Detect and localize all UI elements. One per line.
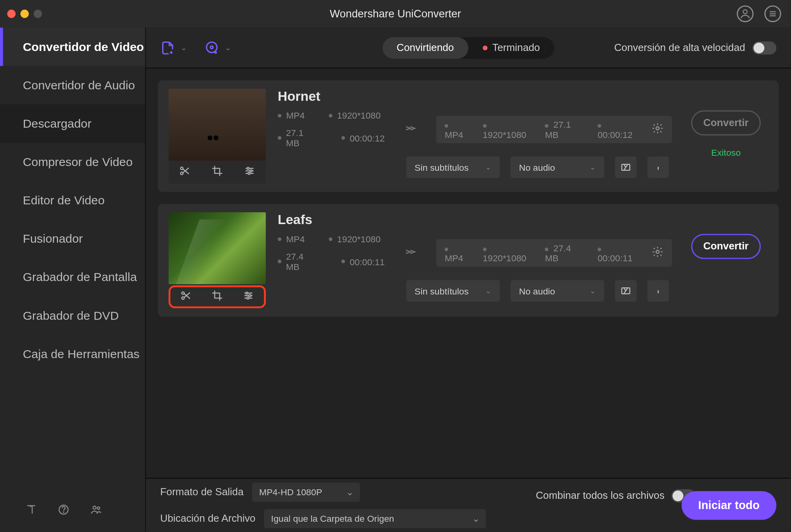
trim-icon[interactable] <box>179 165 191 179</box>
svg-point-28 <box>249 294 251 296</box>
arrow-icon <box>404 245 417 260</box>
trim-icon[interactable] <box>180 290 192 304</box>
svg-point-0 <box>743 10 747 14</box>
menu-icon[interactable] <box>765 6 781 22</box>
src-format: MP4 <box>286 110 305 121</box>
src-res: 1920*1080 <box>337 234 380 244</box>
load-dvd-button[interactable]: ⌄ <box>204 40 231 55</box>
gear-icon[interactable] <box>651 122 663 136</box>
svg-point-30 <box>656 250 659 253</box>
subtitle-select[interactable]: Sin subtítulos⌄ <box>406 157 500 178</box>
output-settings[interactable]: MP4 1920*1080 27.1 MB 00:00:12 <box>436 115 672 143</box>
sidebar-item-merger[interactable]: Fusionador <box>0 219 145 258</box>
subtitle-select[interactable]: Sin subtítulos⌄ <box>406 280 500 302</box>
svg-point-17 <box>248 172 250 174</box>
info-button[interactable] <box>647 280 669 302</box>
high-speed-toggle[interactable] <box>752 41 776 54</box>
chevron-down-icon: ⌄ <box>225 43 231 52</box>
svg-point-6 <box>93 506 96 509</box>
bottom-bar: Formato de Salida MP4-HD 1080P Ubicación… <box>146 478 791 532</box>
help-icon[interactable] <box>58 504 70 518</box>
output-format-select[interactable]: MP4-HD 1080P <box>252 482 360 502</box>
subtitle-value: Sin subtítulos <box>414 162 469 172</box>
start-all-button[interactable]: Iniciar todo <box>681 491 776 520</box>
conversion-card: Hornet MP4 1920*1080 27.1 MB 00:00:12 <box>158 80 779 192</box>
book-icon[interactable] <box>25 504 37 518</box>
svg-point-15 <box>247 167 249 169</box>
sidebar-item-dvd-recorder[interactable]: Grabador de DVD <box>0 296 145 334</box>
audio-select[interactable]: No audio⌄ <box>511 157 604 178</box>
src-format: MP4 <box>286 234 305 244</box>
dst-res: 1920*1080 <box>483 129 526 140</box>
dst-res: 1920*1080 <box>483 253 526 263</box>
svg-point-9 <box>210 46 213 49</box>
tab-converting[interactable]: Convirtiendo <box>382 37 468 58</box>
audio-value: No audio <box>519 286 555 296</box>
audio-select[interactable]: No audio⌄ <box>511 280 604 302</box>
add-file-button[interactable]: ⌄ <box>160 40 187 55</box>
close-window-button[interactable] <box>7 9 15 18</box>
audio-value: No audio <box>519 162 555 172</box>
thumb-actions <box>168 285 266 308</box>
status-label: Exitoso <box>711 147 741 158</box>
app-title: Wondershare UniConverter <box>330 8 461 20</box>
convert-button[interactable]: Convertir <box>691 234 761 259</box>
sidebar-item-audio-converter[interactable]: Convertidor de Audio <box>0 66 145 104</box>
src-dur: 00:00:12 <box>350 133 385 143</box>
src-dur: 00:00:11 <box>350 257 385 267</box>
sidebar-item-compressor[interactable]: Compresor de Video <box>0 143 145 181</box>
conversion-list: Hornet MP4 1920*1080 27.1 MB 00:00:12 <box>146 68 791 478</box>
dst-dur: 00:00:11 <box>598 253 633 263</box>
output-settings[interactable]: MP4 1920*1080 27.4 MB 00:00:11 <box>436 239 672 267</box>
titlebar: Wondershare UniConverter <box>0 0 791 28</box>
tab-finished[interactable]: Terminado <box>468 37 554 58</box>
preview-button[interactable] <box>615 157 637 178</box>
sidebar-item-editor[interactable]: Editor de Video <box>0 181 145 219</box>
dst-size: 27.4 MB <box>545 243 571 263</box>
sidebar-footer <box>0 490 145 532</box>
topbar: ⌄ ⌄ Convirtiendo Terminado Conversión de… <box>146 28 791 68</box>
svg-point-18 <box>656 127 659 130</box>
dst-format: MP4 <box>445 129 463 140</box>
account-icon[interactable] <box>737 6 753 22</box>
svg-point-7 <box>97 507 100 509</box>
crop-icon[interactable] <box>211 165 223 179</box>
gear-icon[interactable] <box>651 246 663 260</box>
convert-button[interactable]: Convertir <box>691 110 761 136</box>
file-location-label: Ubicación de Archivo <box>160 512 255 524</box>
status-tabs: Convirtiendo Terminado <box>382 37 554 58</box>
sidebar: Convertidor de Video Convertidor de Audi… <box>0 28 146 532</box>
subtitle-value: Sin subtítulos <box>414 286 469 296</box>
maximize-window-button[interactable] <box>34 9 42 18</box>
chevron-down-icon: ⌄ <box>181 43 187 52</box>
sidebar-item-screen-recorder[interactable]: Grabador de Pantalla <box>0 258 145 296</box>
output-format-label: Formato de Salida <box>160 486 244 498</box>
file-location-select[interactable]: Igual que la Carpeta de Origen <box>264 509 486 528</box>
svg-point-16 <box>250 170 252 172</box>
dst-size: 27.1 MB <box>545 119 571 140</box>
src-res: 1920*1080 <box>337 110 380 121</box>
thumbnail[interactable] <box>168 212 266 284</box>
svg-point-29 <box>247 297 249 299</box>
high-speed-label: Conversión de alta velocidad <box>614 42 745 53</box>
svg-point-5 <box>63 512 64 512</box>
item-title: Hornet <box>278 89 672 104</box>
effects-icon[interactable] <box>244 165 255 179</box>
sidebar-item-toolbox[interactable]: Caja de Herramientas <box>0 334 145 373</box>
notification-dot-icon <box>483 45 487 50</box>
crop-icon[interactable] <box>211 290 223 304</box>
svg-point-27 <box>246 292 248 294</box>
preview-button[interactable] <box>615 280 637 302</box>
effects-icon[interactable] <box>242 290 254 304</box>
main-panel: ⌄ ⌄ Convirtiendo Terminado Conversión de… <box>146 28 791 532</box>
info-button[interactable] <box>647 157 669 178</box>
sidebar-item-downloader[interactable]: Descargador <box>0 104 145 143</box>
sidebar-item-video-converter[interactable]: Convertidor de Video <box>0 28 145 66</box>
thumbnail[interactable] <box>168 89 266 161</box>
users-icon[interactable] <box>90 504 102 518</box>
thumb-actions <box>168 161 266 184</box>
arrow-icon <box>404 122 417 137</box>
src-size: 27.1 MB <box>286 128 317 148</box>
tab-finished-label: Terminado <box>492 42 540 53</box>
minimize-window-button[interactable] <box>21 9 29 18</box>
